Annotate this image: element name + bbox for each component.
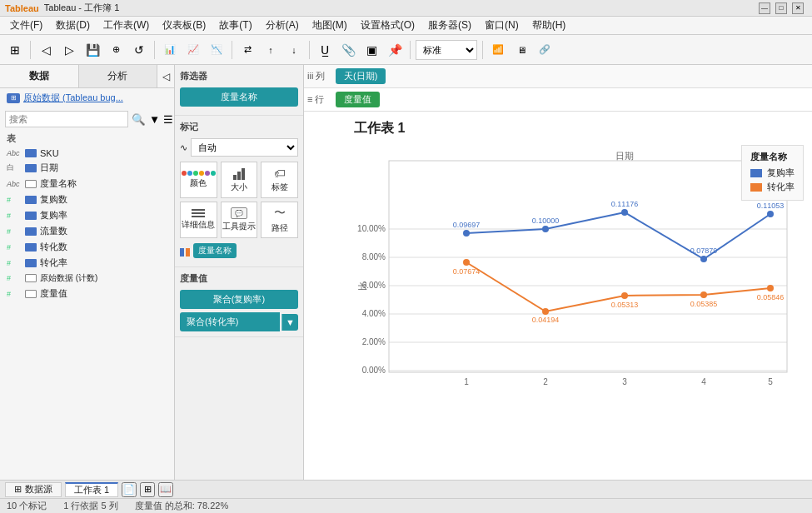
field-type-hash3: # [7, 227, 22, 236]
panel-collapse-btn[interactable]: ◁ [157, 65, 174, 87]
toolbar-sort-desc[interactable]: ↓ [284, 40, 304, 60]
marks-path-label: 路径 [271, 222, 288, 234]
tab-sheet1[interactable]: 工作表 1 [65, 482, 118, 497]
new-story-icon[interactable]: 📖 [158, 482, 173, 497]
marks-color-btn[interactable]: 颜色 [180, 162, 217, 198]
field-convert-rate[interactable]: # 转化率 [0, 255, 174, 271]
pages-shelf: iii 列 天(日期) [304, 65, 812, 88]
field-repurchase-num[interactable]: # 复购数 [0, 192, 174, 207]
toolbar-stats[interactable]: 📶 [488, 40, 508, 60]
legend-item-convert[interactable]: 转化率 [750, 181, 795, 193]
field-color-icon [25, 149, 37, 157]
menu-help[interactable]: 帮助(H) [526, 17, 573, 34]
toolbar-swap[interactable]: ⇄ [237, 40, 257, 60]
new-sheet-icon[interactable]: 📄 [122, 482, 137, 497]
search-button[interactable]: 🔍 [132, 112, 146, 127]
toolbar-share[interactable]: 🔗 [535, 40, 555, 60]
menu-server[interactable]: 服务器(S) [421, 17, 478, 34]
field-measure-name[interactable]: Abc 度量名称 [0, 176, 174, 192]
shelf-area: iii 列 天(日期) ≡ 行 度量值 [304, 65, 812, 112]
toolbar-forward[interactable]: ▷ [59, 40, 79, 60]
marks-measure-name-pill[interactable]: 度量名称 [193, 243, 237, 258]
toolbar-sort-asc[interactable]: ↑ [261, 40, 281, 60]
field-name-rc: 原始数据 (计数) [40, 272, 97, 284]
marks-label-btn[interactable]: 🏷 标签 [261, 162, 298, 198]
toolbar-frame[interactable]: ▣ [361, 40, 381, 60]
legend-label-repurchase: 复购率 [767, 167, 795, 179]
menu-analysis[interactable]: 分析(A) [259, 17, 306, 34]
svg-text:3: 3 [622, 377, 627, 386]
toolbar-chart2[interactable]: 📈 [183, 40, 203, 60]
marks-size-btn[interactable]: 大小 [221, 162, 258, 198]
toolbar-back[interactable]: ◁ [36, 40, 56, 60]
minimize-button[interactable]: — [759, 2, 770, 14]
toolbar-save[interactable]: 💾 [82, 40, 102, 60]
field-raw-count[interactable]: # 原始数据 (计数) [0, 271, 174, 286]
toolbar-underline[interactable]: U̲ [315, 40, 335, 60]
field-name-rr: 复购率 [40, 209, 67, 222]
toolbar-chart3[interactable]: 📉 [207, 40, 227, 60]
field-name-tr: 流量数 [40, 225, 67, 237]
legend-item-repurchase[interactable]: 复购率 [750, 167, 795, 179]
menu-dashboard[interactable]: 仪表板(B) [156, 17, 212, 34]
marks-path-btn[interactable]: 〜 路径 [261, 202, 298, 238]
field-repurchase-rate[interactable]: # 复购率 [0, 207, 174, 223]
svg-text:0.10000: 0.10000 [532, 217, 560, 225]
field-convert-num[interactable]: # 转化数 [0, 239, 174, 255]
toolbar-newds[interactable]: ⊕ [106, 40, 126, 60]
datasource-name[interactable]: 原始数据 (Tableau bug... [23, 92, 123, 104]
list-view-button[interactable]: ☰ [163, 112, 173, 127]
menu-map[interactable]: 地图(M) [306, 17, 354, 34]
measure-pill-repurchase[interactable]: 聚合(复购率) [180, 290, 298, 309]
close-button[interactable]: ✕ [792, 2, 804, 14]
left-panel: 数据 分析 ◁ ⊞ 原始数据 (Tableau bug... 🔍 ▼ ☰ 表 A… [0, 65, 175, 480]
tab-analysis[interactable]: 分析 [79, 65, 158, 87]
toolbar-attach[interactable]: 📎 [338, 40, 358, 60]
svg-text:4: 4 [701, 377, 706, 386]
tab-datasource[interactable]: ⊞ 数据源 [5, 482, 62, 497]
measure-pill-convert-arrow[interactable]: ▼ [281, 314, 298, 331]
search-row: 🔍 ▼ ☰ [0, 107, 174, 131]
marks-measure-pill-row: 度量名称 [180, 243, 298, 261]
menu-data[interactable]: 数据(D) [49, 17, 97, 34]
toolbar-screen[interactable]: 🖥 [511, 40, 531, 60]
tab-data[interactable]: 数据 [0, 65, 79, 87]
menu-file[interactable]: 文件(F) [3, 17, 49, 34]
toolbar-fit-dropdown[interactable]: 标准 完整视图 [416, 40, 477, 60]
col-date-pill[interactable]: 天(日期) [336, 68, 386, 84]
menu-worksheet[interactable]: 工作表(W) [97, 17, 156, 34]
filter-measure-name-pill[interactable]: 度量名称 [180, 87, 298, 107]
search-input[interactable] [5, 111, 128, 127]
field-measure-val[interactable]: # 度量值 [0, 286, 174, 301]
menu-story[interactable]: 故事(T) [212, 17, 258, 34]
menu-window[interactable]: 窗口(N) [478, 17, 526, 34]
filters-title: 筛选器 [180, 70, 298, 82]
field-traffic[interactable]: # 流量数 [0, 223, 174, 239]
menubar: 文件(F) 数据(D) 工作表(W) 仪表板(B) 故事(T) 分析(A) 地图… [0, 17, 812, 35]
measure-pill-convert-row: 聚合(转化率) ▼ [180, 312, 298, 331]
marks-detail-btn[interactable]: 详细信息 [180, 202, 217, 238]
row-measure-val-pill[interactable]: 度量值 [336, 92, 380, 107]
toolbar-pin[interactable]: 📌 [385, 40, 405, 60]
filter-button[interactable]: ▼ [149, 112, 160, 127]
toolbar-refresh[interactable]: ↺ [129, 40, 149, 60]
new-dashboard-icon[interactable]: ⊞ [140, 482, 155, 497]
svg-point-33 [700, 291, 707, 298]
label-icon: 🏷 [274, 167, 286, 180]
toolbar-home[interactable]: ⊞ [5, 40, 25, 60]
marks-tooltip-btn[interactable]: 💬 工具提示 [221, 202, 258, 238]
maximize-button[interactable]: □ [775, 2, 787, 14]
marks-type-select[interactable]: 自动 条形图 折线图 圆形 [191, 138, 298, 157]
field-date[interactable]: 白 日期 [0, 160, 174, 176]
svg-text:5: 5 [768, 377, 773, 386]
measure-pill-convert-main[interactable]: 聚合(转化率) [180, 312, 280, 331]
field-name-cr: 转化率 [40, 256, 67, 269]
svg-point-20 [463, 230, 470, 237]
toolbar-chart1[interactable]: 📊 [160, 40, 180, 60]
chart-area: 工作表 1 0.00% 2.00% 4.00% 6.00% 8.00% 10.0… [304, 112, 812, 480]
menu-format[interactable]: 设置格式(O) [354, 17, 421, 34]
field-color-icon-cr [25, 259, 37, 267]
svg-text:0.09697: 0.09697 [453, 221, 481, 229]
field-sku[interactable]: Abc SKU [0, 147, 174, 160]
marks-title: 标记 [180, 121, 298, 133]
